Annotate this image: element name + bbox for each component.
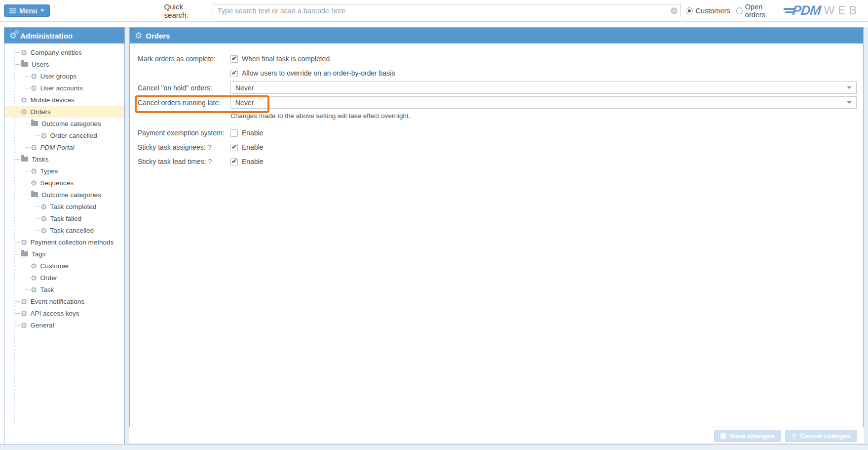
tree-item-label: Sequences (40, 179, 74, 187)
cancel-on-hold-label: Cancel "on hold" orders: (138, 84, 230, 92)
chevron-down-icon (40, 9, 44, 12)
tree-item-label: Orders (30, 108, 50, 116)
sidebar-header: ⚙ Administration (4, 28, 124, 43)
tree-connector (15, 159, 20, 160)
admin-tree: ⚙Company entitiesUsers⚙User groups⚙User … (4, 43, 124, 444)
main-title: Orders (146, 32, 170, 40)
tree-item-customer[interactable]: ⚙Customer (4, 260, 124, 272)
tree-connector (35, 135, 39, 136)
gear-icon: ⚙ (31, 144, 37, 151)
tree-connector (25, 123, 30, 124)
right-margin (864, 27, 868, 444)
tree-item-pdm-portal[interactable]: ⚙PDM Portal (4, 141, 124, 153)
form-row-cancel-on-hold: Cancel "on hold" orders: Never (138, 82, 863, 94)
cancel-running-late-select[interactable]: Never (230, 96, 857, 109)
search-input[interactable] (213, 4, 681, 17)
checkbox-final-task[interactable] (230, 55, 238, 63)
pdm-web-logo: PDM WEB (783, 3, 860, 18)
tree-connector (25, 171, 30, 171)
radio-open-orders-label: Open orders (745, 3, 783, 19)
tree-item-task[interactable]: ⚙Task (4, 284, 124, 295)
tree-connector (25, 88, 30, 88)
tree-item-users[interactable]: Users (4, 58, 124, 70)
tree-item-label: Tags (32, 250, 46, 258)
tree-item-task-cancelled[interactable]: ⚙Task cancelled (4, 224, 124, 236)
tree-item-label: User accounts (40, 84, 82, 92)
gears-icon: ⚙ (9, 32, 17, 40)
footer-bar: Save changes ✕ Cancel changes (129, 428, 864, 444)
tree-item-user-accounts[interactable]: ⚙User accounts (4, 82, 124, 94)
tree-item-label: Types (40, 167, 58, 175)
tree-item-order-cancelled[interactable]: ⚙Order cancelled (4, 129, 124, 141)
tree-connector (25, 76, 30, 77)
tree-connector (35, 218, 39, 219)
tree-item-payment-collection-methods[interactable]: ⚙Payment collection methods (4, 236, 124, 248)
folder-icon (21, 251, 28, 256)
menu-button-label: Menu (19, 7, 38, 15)
tree-item-label: User groups (40, 73, 76, 80)
save-changes-button[interactable]: Save changes (714, 430, 781, 442)
gear-icon: ⚙ (21, 298, 27, 305)
overnight-note: Changes made to the above setting will t… (230, 112, 410, 120)
tree-connector (25, 266, 30, 266)
gear-icon: ⚙ (31, 274, 37, 282)
tree-connector (25, 195, 30, 195)
checkbox-override[interactable] (230, 70, 238, 77)
logo-pdm-text: PDM (792, 3, 821, 18)
tree-item-label: Task completed (50, 203, 96, 210)
cancel-running-late-value: Never (235, 99, 254, 107)
checkbox-sticky-lead-times[interactable] (230, 158, 238, 165)
gear-icon: ⚙ (21, 239, 27, 246)
orders-settings-form: Mark orders as complete: When final task… (130, 43, 863, 171)
tree-item-task-failed[interactable]: ⚙Task failed (4, 212, 124, 224)
sticky-assignees-enable-label: Enable (242, 143, 264, 151)
checkbox-payment-exemption[interactable] (230, 129, 238, 137)
gear-icon: ⚙ (31, 262, 37, 270)
tree-connector (15, 100, 20, 100)
tree-item-types[interactable]: ⚙Types (4, 165, 124, 177)
radio-customers[interactable]: Customers (686, 7, 730, 15)
tree-item-task-completed[interactable]: ⚙Task completed (4, 201, 124, 212)
sidebar-panel: ⚙ Administration ⚙Company entitiesUsers⚙… (4, 27, 125, 445)
tree-item-mobile-devices[interactable]: ⚙Mobile devices (4, 94, 124, 106)
cancel-on-hold-value: Never (235, 84, 254, 92)
tree-connector (35, 230, 39, 231)
gear-icon: ⚙ (31, 73, 37, 80)
sticky-assignees-label: Sticky task assignees:? (138, 143, 230, 151)
menu-button[interactable]: Menu (4, 4, 50, 17)
tree-item-sequences[interactable]: ⚙Sequences (4, 177, 124, 189)
tree-item-user-groups[interactable]: ⚙User groups (4, 70, 124, 82)
tree-item-general[interactable]: ⚙General (4, 319, 124, 331)
tree-item-outcome-categories[interactable]: Outcome categories (4, 118, 124, 129)
radio-customers-icon (686, 7, 693, 14)
folder-icon (21, 62, 28, 67)
gear-icon: ⚙ (31, 179, 37, 187)
tree-item-tags[interactable]: Tags (4, 248, 124, 260)
gear-icon: ⚙ (21, 96, 27, 104)
tree-item-label: Task (40, 286, 54, 293)
tree-item-label: Users (32, 61, 49, 68)
gear-icon: ⚙ (31, 84, 37, 92)
tree-item-label: Event notifications (30, 298, 84, 305)
save-icon (720, 433, 726, 439)
help-icon[interactable]: ? (208, 143, 212, 151)
tree-item-company-entities[interactable]: ⚙Company entities (4, 46, 124, 58)
tree-item-order[interactable]: ⚙Order (4, 272, 124, 284)
gear-icon: ⚙ (40, 132, 47, 139)
cancel-changes-button[interactable]: ✕ Cancel changes (785, 430, 857, 442)
tree-item-orders[interactable]: ⚙Orders (4, 106, 124, 118)
checkbox-sticky-assignees[interactable] (230, 144, 238, 151)
form-row-sticky-assignees: Sticky task assignees:? Enable (138, 142, 863, 152)
help-icon[interactable]: ? (208, 158, 212, 165)
radio-open-orders[interactable]: Open orders (736, 3, 783, 19)
tree-item-event-notifications[interactable]: ⚙Event notifications (4, 295, 124, 307)
tree-item-label: Order (40, 274, 57, 282)
tree-connector (15, 242, 20, 243)
cancel-on-hold-select[interactable]: Never (230, 82, 857, 94)
tree-item-tasks[interactable]: Tasks (4, 153, 124, 165)
tree-item-outcome-categories[interactable]: Outcome categories (4, 189, 124, 201)
quick-search-label: Quick search: (164, 2, 208, 19)
tree-item-api-access-keys[interactable]: ⚙API access keys (4, 307, 124, 319)
dropdown-caret-icon (847, 101, 852, 104)
checkbox-final-task-label: When final task is completed (242, 55, 330, 63)
